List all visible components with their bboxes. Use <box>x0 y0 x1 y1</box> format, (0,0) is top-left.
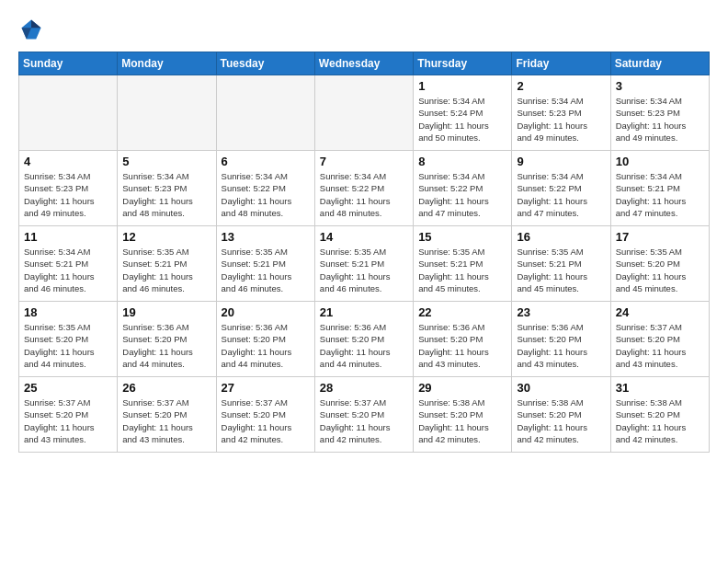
calendar-cell <box>314 75 413 151</box>
calendar-cell: 11Sunrise: 5:34 AMSunset: 5:21 PMDayligh… <box>19 226 118 302</box>
calendar-cell: 19Sunrise: 5:36 AMSunset: 5:20 PMDayligh… <box>118 302 216 377</box>
calendar-cell: 18Sunrise: 5:35 AMSunset: 5:20 PMDayligh… <box>19 302 118 377</box>
day-number: 6 <box>222 155 310 168</box>
day-number: 29 <box>418 381 506 395</box>
day-number: 15 <box>418 230 506 244</box>
day-number: 28 <box>320 381 408 395</box>
calendar-cell: 5Sunrise: 5:34 AMSunset: 5:23 PMDaylight… <box>118 151 216 226</box>
day-number: 24 <box>616 305 704 319</box>
day-number: 12 <box>122 230 210 244</box>
calendar-header-row: SundayMondayTuesdayWednesdayThursdayFrid… <box>19 52 710 75</box>
calendar-cell: 20Sunrise: 5:36 AMSunset: 5:20 PMDayligh… <box>216 302 314 377</box>
calendar-cell: 21Sunrise: 5:36 AMSunset: 5:20 PMDayligh… <box>314 302 413 377</box>
cell-info: Sunrise: 5:34 AMSunset: 5:24 PMDaylight:… <box>418 95 506 144</box>
calendar-cell: 16Sunrise: 5:35 AMSunset: 5:21 PMDayligh… <box>512 226 610 302</box>
svg-marker-1 <box>31 20 41 29</box>
cell-info: Sunrise: 5:35 AMSunset: 5:21 PMDaylight:… <box>517 246 605 294</box>
cell-info: Sunrise: 5:37 AMSunset: 5:20 PMDaylight:… <box>320 396 408 445</box>
cell-info: Sunrise: 5:34 AMSunset: 5:21 PMDaylight:… <box>616 170 704 219</box>
cell-info: Sunrise: 5:36 AMSunset: 5:20 PMDaylight:… <box>122 321 210 370</box>
day-number: 16 <box>517 230 605 244</box>
calendar-cell: 13Sunrise: 5:35 AMSunset: 5:21 PMDayligh… <box>216 226 314 302</box>
day-number: 19 <box>122 305 210 319</box>
weekday-header: Sunday <box>19 52 118 75</box>
calendar-cell: 1Sunrise: 5:34 AMSunset: 5:24 PMDaylight… <box>414 75 512 151</box>
cell-info: Sunrise: 5:34 AMSunset: 5:22 PMDaylight:… <box>418 170 506 219</box>
day-number: 10 <box>616 155 704 168</box>
cell-info: Sunrise: 5:35 AMSunset: 5:20 PMDaylight:… <box>616 246 704 294</box>
cell-info: Sunrise: 5:35 AMSunset: 5:21 PMDaylight:… <box>320 246 408 294</box>
calendar-cell <box>19 75 118 151</box>
calendar-cell: 29Sunrise: 5:38 AMSunset: 5:20 PMDayligh… <box>414 377 512 453</box>
calendar-cell: 9Sunrise: 5:34 AMSunset: 5:22 PMDaylight… <box>512 151 610 226</box>
day-number: 5 <box>122 155 210 168</box>
cell-info: Sunrise: 5:34 AMSunset: 5:23 PMDaylight:… <box>616 95 704 144</box>
cell-info: Sunrise: 5:35 AMSunset: 5:21 PMDaylight:… <box>122 246 210 294</box>
day-number: 17 <box>616 230 704 244</box>
day-number: 20 <box>222 305 310 319</box>
day-number: 23 <box>517 305 605 319</box>
cell-info: Sunrise: 5:34 AMSunset: 5:23 PMDaylight:… <box>517 95 605 144</box>
cell-info: Sunrise: 5:38 AMSunset: 5:20 PMDaylight:… <box>616 396 704 445</box>
calendar-table: SundayMondayTuesdayWednesdayThursdayFrid… <box>18 52 710 453</box>
cell-info: Sunrise: 5:34 AMSunset: 5:21 PMDaylight:… <box>24 246 112 294</box>
cell-info: Sunrise: 5:34 AMSunset: 5:22 PMDaylight:… <box>320 170 408 219</box>
day-number: 31 <box>616 381 704 395</box>
day-number: 11 <box>24 230 112 244</box>
calendar-cell: 30Sunrise: 5:38 AMSunset: 5:20 PMDayligh… <box>512 377 610 453</box>
day-number: 8 <box>418 155 506 168</box>
day-number: 18 <box>24 305 112 319</box>
calendar-cell: 10Sunrise: 5:34 AMSunset: 5:21 PMDayligh… <box>610 151 709 226</box>
page: SundayMondayTuesdayWednesdayThursdayFrid… <box>0 0 728 563</box>
cell-info: Sunrise: 5:38 AMSunset: 5:20 PMDaylight:… <box>418 396 506 445</box>
calendar-cell: 24Sunrise: 5:37 AMSunset: 5:20 PMDayligh… <box>610 302 709 377</box>
calendar-cell: 12Sunrise: 5:35 AMSunset: 5:21 PMDayligh… <box>118 226 216 302</box>
day-number: 9 <box>517 155 605 168</box>
weekday-header: Wednesday <box>314 52 413 75</box>
day-number: 2 <box>517 79 605 93</box>
day-number: 14 <box>320 230 408 244</box>
calendar-cell: 15Sunrise: 5:35 AMSunset: 5:21 PMDayligh… <box>414 226 512 302</box>
day-number: 27 <box>222 381 310 395</box>
cell-info: Sunrise: 5:37 AMSunset: 5:20 PMDaylight:… <box>122 396 210 445</box>
weekday-header: Friday <box>512 52 610 75</box>
cell-info: Sunrise: 5:38 AMSunset: 5:20 PMDaylight:… <box>517 396 605 445</box>
logo <box>18 17 48 42</box>
calendar-cell <box>118 75 216 151</box>
day-number: 21 <box>320 305 408 319</box>
calendar-week-row: 1Sunrise: 5:34 AMSunset: 5:24 PMDaylight… <box>19 75 710 151</box>
calendar-cell: 2Sunrise: 5:34 AMSunset: 5:23 PMDaylight… <box>512 75 610 151</box>
day-number: 30 <box>517 381 605 395</box>
day-number: 1 <box>418 79 506 93</box>
calendar-cell: 8Sunrise: 5:34 AMSunset: 5:22 PMDaylight… <box>414 151 512 226</box>
calendar-cell: 22Sunrise: 5:36 AMSunset: 5:20 PMDayligh… <box>414 302 512 377</box>
calendar-cell: 14Sunrise: 5:35 AMSunset: 5:21 PMDayligh… <box>314 226 413 302</box>
calendar-week-row: 4Sunrise: 5:34 AMSunset: 5:23 PMDaylight… <box>19 151 710 226</box>
day-number: 26 <box>122 381 210 395</box>
weekday-header: Thursday <box>414 52 512 75</box>
cell-info: Sunrise: 5:34 AMSunset: 5:23 PMDaylight:… <box>24 170 112 219</box>
calendar-cell: 26Sunrise: 5:37 AMSunset: 5:20 PMDayligh… <box>118 377 216 453</box>
calendar-cell <box>216 75 314 151</box>
calendar-week-row: 18Sunrise: 5:35 AMSunset: 5:20 PMDayligh… <box>19 302 710 377</box>
cell-info: Sunrise: 5:36 AMSunset: 5:20 PMDaylight:… <box>320 321 408 370</box>
calendar-cell: 31Sunrise: 5:38 AMSunset: 5:20 PMDayligh… <box>610 377 709 453</box>
logo-icon <box>18 17 44 42</box>
weekday-header: Monday <box>118 52 216 75</box>
cell-info: Sunrise: 5:36 AMSunset: 5:20 PMDaylight:… <box>517 321 605 370</box>
cell-info: Sunrise: 5:34 AMSunset: 5:22 PMDaylight:… <box>517 170 605 219</box>
calendar-cell: 27Sunrise: 5:37 AMSunset: 5:20 PMDayligh… <box>216 377 314 453</box>
day-number: 3 <box>616 79 704 93</box>
calendar-week-row: 25Sunrise: 5:37 AMSunset: 5:20 PMDayligh… <box>19 377 710 453</box>
calendar-cell: 6Sunrise: 5:34 AMSunset: 5:22 PMDaylight… <box>216 151 314 226</box>
calendar-week-row: 11Sunrise: 5:34 AMSunset: 5:21 PMDayligh… <box>19 226 710 302</box>
day-number: 25 <box>24 381 112 395</box>
calendar-cell: 28Sunrise: 5:37 AMSunset: 5:20 PMDayligh… <box>314 377 413 453</box>
calendar-cell: 7Sunrise: 5:34 AMSunset: 5:22 PMDaylight… <box>314 151 413 226</box>
cell-info: Sunrise: 5:36 AMSunset: 5:20 PMDaylight:… <box>222 321 310 370</box>
weekday-header: Saturday <box>610 52 709 75</box>
cell-info: Sunrise: 5:35 AMSunset: 5:20 PMDaylight:… <box>24 321 112 370</box>
cell-info: Sunrise: 5:34 AMSunset: 5:22 PMDaylight:… <box>222 170 310 219</box>
day-number: 13 <box>222 230 310 244</box>
calendar-cell: 17Sunrise: 5:35 AMSunset: 5:20 PMDayligh… <box>610 226 709 302</box>
